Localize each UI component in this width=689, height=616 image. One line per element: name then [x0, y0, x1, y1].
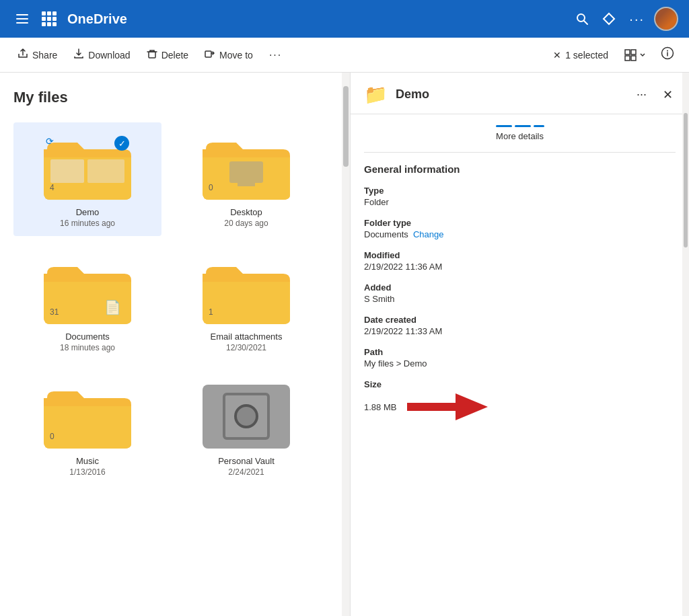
info-row-folder-type: Folder type Documents Change: [364, 218, 676, 239]
app-grid-icon[interactable]: [42, 11, 57, 26]
folder-icon: [44, 385, 131, 449]
download-button[interactable]: Download: [67, 44, 137, 66]
info-row-path: Path My files > Demo: [364, 347, 676, 369]
folder-badge: 31: [50, 307, 59, 317]
more-details-label: More details: [496, 131, 544, 141]
date-created-value: 2/19/2022 11:33 AM: [364, 326, 676, 336]
file-date: 2/24/2021: [228, 467, 264, 477]
svg-rect-15: [238, 183, 255, 186]
command-bar: Share Download Delete Move to: [0, 38, 689, 73]
detail-panel-scrollbar[interactable]: [682, 73, 689, 616]
app-title: OneDrive: [67, 11, 563, 27]
folder-icon-wrapper: 31 📄: [40, 255, 135, 329]
info-icon: [661, 46, 674, 60]
diamond-button[interactable]: [598, 8, 620, 30]
more-options-button[interactable]: ···: [625, 7, 649, 31]
info-row-size: Size 1.88 MB: [364, 379, 676, 423]
svg-rect-7: [625, 56, 630, 61]
info-row-added: Added S Smith: [364, 282, 676, 304]
detail-folder-name: Demo: [396, 87, 623, 102]
detail-header: 📁 Demo ··· ✕: [351, 73, 689, 114]
svg-rect-14: [229, 161, 263, 183]
file-item[interactable]: 0 Desktop 20 days ago: [172, 122, 320, 236]
added-label: Added: [364, 282, 676, 293]
file-item[interactable]: Personal Vault 2/24/2021: [172, 371, 320, 485]
folder-icon-wrapper: 0: [40, 379, 135, 453]
svg-rect-12: [50, 159, 84, 183]
file-name: Documents: [65, 332, 110, 342]
added-value: S Smith: [364, 294, 676, 304]
view-toggle-button[interactable]: [619, 45, 651, 65]
scroll-thumb: [343, 86, 349, 167]
type-value: Folder: [364, 197, 676, 207]
hamburger-menu-button[interactable]: [11, 9, 34, 29]
svg-rect-4: [205, 51, 211, 57]
file-item[interactable]: 31 📄 Documents 18 minutes ago: [13, 247, 161, 360]
top-bar-icons: ···: [571, 7, 678, 31]
svg-point-11: [667, 50, 668, 52]
folder-badge: 1: [209, 307, 213, 317]
date-created-label: Date created: [364, 315, 676, 325]
file-date: 16 minutes ago: [60, 219, 115, 228]
detail-scroll-thumb: [684, 113, 688, 247]
share-label: Share: [32, 50, 57, 61]
selected-count-text: 1 selected: [565, 50, 608, 61]
move-to-button[interactable]: Move to: [198, 44, 260, 66]
more-actions-button[interactable]: ···: [262, 45, 289, 65]
selection-controls: ✕ 1 selected: [548, 42, 678, 67]
detail-more-button[interactable]: ···: [631, 85, 652, 104]
path-value: My files > Demo: [364, 358, 676, 369]
folder-badge: 4: [50, 183, 55, 192]
file-name: Music: [76, 456, 99, 466]
svg-marker-16: [407, 393, 488, 420]
size-value: 1.88 MB: [364, 402, 396, 412]
delete-label: Delete: [161, 50, 188, 61]
file-date: 1/13/2016: [69, 467, 105, 477]
move-to-label: Move to: [219, 50, 253, 61]
type-label: Type: [364, 186, 676, 196]
doc-icon: 📄: [104, 299, 121, 315]
delete-icon: [147, 48, 157, 62]
move-to-icon: [205, 48, 215, 62]
share-button[interactable]: Share: [11, 44, 64, 66]
share-icon: [17, 48, 28, 62]
info-button[interactable]: [657, 42, 678, 67]
search-button[interactable]: [571, 8, 593, 30]
files-grid: ✓ ⟳ 4 Demo 16 minutes ago 0: [13, 122, 336, 485]
modified-value: 2/19/2022 11:36 AM: [364, 262, 676, 272]
chevron-down-icon: [639, 52, 646, 59]
detail-close-button[interactable]: ✕: [660, 85, 676, 105]
main-content-area: My files ✓ ⟳ 4: [0, 73, 689, 616]
detail-body: More details General information Type Fo…: [351, 114, 689, 616]
file-grid-area: My files ✓ ⟳ 4: [0, 73, 350, 616]
file-item[interactable]: 0 Music 1/13/2016: [13, 371, 161, 485]
more-details-lines-icon: [496, 125, 544, 127]
clear-selection-button[interactable]: ✕ 1 selected: [548, 46, 614, 65]
file-item[interactable]: 1 Email attachments 12/30/2021: [172, 247, 320, 360]
folder-icon-wrapper: ✓ ⟳ 4: [40, 130, 135, 204]
file-name: Personal Vault: [218, 456, 275, 466]
file-area-scrollbar[interactable]: [342, 73, 350, 616]
delete-button[interactable]: Delete: [140, 44, 195, 66]
file-item[interactable]: ✓ ⟳ 4 Demo 16 minutes ago: [13, 122, 161, 236]
info-row-modified: Modified 2/19/2022 11:36 AM: [364, 250, 676, 272]
file-date: 12/30/2021: [226, 343, 266, 352]
svg-rect-13: [87, 159, 124, 183]
folder-type-label: Folder type: [364, 218, 676, 228]
folder-type-value: Documents Change: [364, 229, 676, 239]
more-details-section: More details: [364, 125, 676, 153]
file-name: Demo: [76, 207, 100, 217]
file-date: 18 minutes ago: [60, 343, 115, 352]
more-options-icon: ···: [629, 11, 645, 27]
svg-marker-2: [604, 13, 614, 24]
folder-badge: 0: [209, 183, 213, 192]
folder-badge: 0: [50, 432, 55, 441]
svg-rect-5: [625, 50, 630, 54]
svg-rect-8: [631, 56, 636, 61]
user-avatar[interactable]: [654, 7, 678, 31]
svg-rect-6: [631, 50, 636, 54]
close-icon: ✕: [553, 50, 561, 61]
svg-rect-3: [149, 52, 155, 58]
search-icon: [575, 12, 589, 26]
change-link[interactable]: Change: [413, 229, 444, 239]
